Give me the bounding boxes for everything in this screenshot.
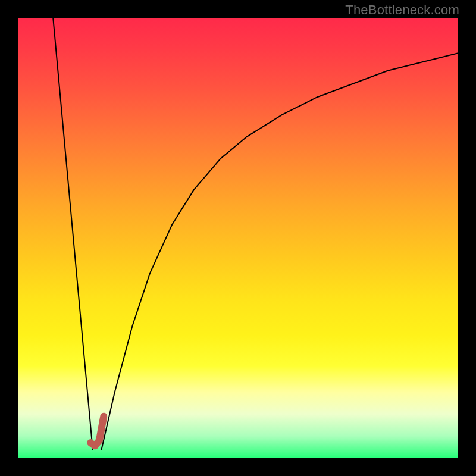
left-line [53, 18, 93, 449]
chart-frame: TheBottleneck.com [0, 0, 476, 476]
watermark-text: TheBottleneck.com [345, 2, 459, 18]
right-curve [102, 53, 458, 449]
valley-marker [90, 416, 104, 446]
chart-svg [0, 0, 476, 476]
series-group [53, 18, 458, 449]
